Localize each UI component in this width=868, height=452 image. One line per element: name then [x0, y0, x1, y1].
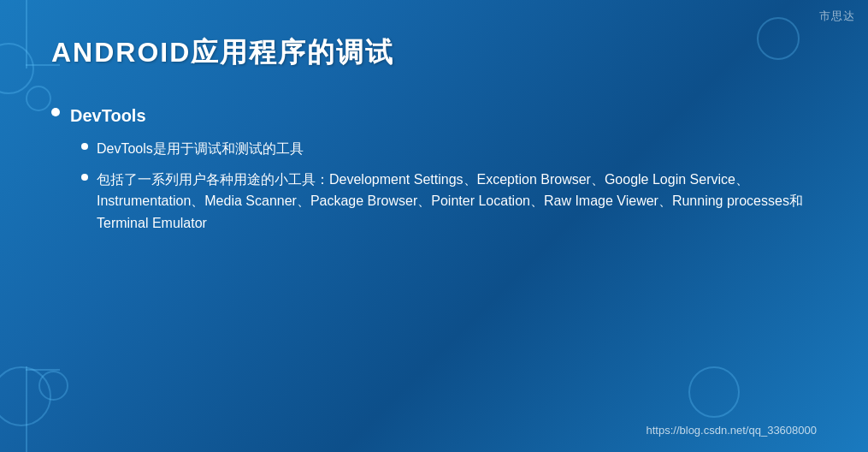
bullet-dot-sub-1	[81, 143, 88, 150]
slide-content: DevTools DevTools是用于调试和测试的工具 包括了一系列用户各种用…	[51, 102, 817, 426]
deco-line-left-bottom-h	[26, 369, 60, 371]
bullet-sub-2: 包括了一系列用户各种用途的小工具：Development Settings、Ex…	[81, 169, 817, 235]
watermark: 市思达	[819, 9, 855, 24]
deco-circle-topleft-1	[0, 43, 34, 94]
bullet-sub-1: DevTools是用于调试和测试的工具	[81, 138, 817, 160]
bottom-url: https://blog.csdn.net/qq_33608000	[647, 424, 818, 437]
bullet-devtools-label: DevTools	[70, 102, 146, 129]
deco-line-left-top-h	[26, 64, 60, 66]
slide: 市思达 ANDROID应用程序的调试 DevTools DevTools是用于调…	[0, 0, 868, 452]
bullet-sub-2-text: 包括了一系列用户各种用途的小工具：Development Settings、Ex…	[97, 169, 817, 235]
bullet-dot-1	[51, 108, 60, 116]
deco-line-left-top	[26, 0, 27, 68]
deco-circle-topleft-2	[26, 86, 51, 111]
bullet-dot-sub-2	[81, 174, 88, 181]
deco-line-left-bottom	[26, 366, 27, 452]
slide-title: ANDROID应用程序的调试	[51, 34, 817, 72]
bullet-sub-container: DevTools是用于调试和测试的工具 包括了一系列用户各种用途的小工具：Dev…	[81, 138, 817, 234]
bullet-devtools: DevTools	[51, 102, 817, 129]
bullet-sub-1-text: DevTools是用于调试和测试的工具	[97, 138, 304, 160]
